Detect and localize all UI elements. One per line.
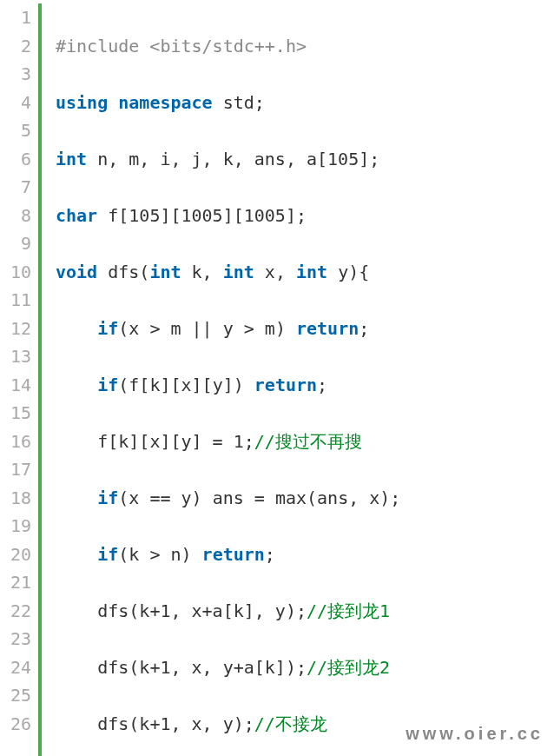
code-text: dfs(k+1, x+a[k], y); bbox=[97, 600, 307, 621]
comment: //不接龙 bbox=[254, 713, 327, 734]
code-text: dfs( bbox=[97, 262, 149, 282]
preprocessor: #include <bits/stdc++.h> bbox=[56, 36, 307, 56]
code-content: #include <bits/stdc++.h> using namespace… bbox=[56, 3, 400, 756]
line-number: 24 bbox=[0, 653, 31, 682]
keyword: if bbox=[97, 318, 118, 339]
code-text: ; bbox=[265, 544, 275, 565]
comment: //搜过不再搜 bbox=[254, 431, 362, 452]
code-text: std; bbox=[213, 92, 265, 113]
line-number: 12 bbox=[0, 315, 31, 343]
code-line: if(f[k][x][y]) return; bbox=[56, 371, 400, 400]
code-text: (f[k][x][y]) bbox=[118, 375, 254, 395]
line-number: 23 bbox=[0, 625, 31, 653]
keyword: if bbox=[97, 487, 118, 508]
line-number: 10 bbox=[0, 258, 31, 287]
code-line: if(k > n) return; bbox=[56, 540, 400, 569]
indent bbox=[56, 375, 97, 395]
code-text: (x > m || y > m) bbox=[118, 318, 296, 339]
code-text: ; bbox=[317, 375, 327, 395]
line-number: 15 bbox=[0, 399, 31, 428]
keyword: namespace bbox=[118, 92, 212, 113]
code-text: (k > n) bbox=[118, 544, 201, 565]
indent bbox=[56, 600, 97, 621]
code-line: int n, m, i, j, k, ans, a[105]; bbox=[56, 145, 400, 174]
code-text: dfs(k+1, x, y+a[k]); bbox=[97, 657, 307, 678]
keyword: return bbox=[202, 544, 265, 565]
code-text: x, bbox=[254, 262, 296, 282]
line-number: 3 bbox=[0, 60, 31, 89]
gutter-divider bbox=[38, 3, 42, 756]
comment: //接到龙2 bbox=[307, 657, 390, 678]
line-number: 14 bbox=[0, 371, 31, 400]
code-line: if(x > m || y > m) return; bbox=[56, 315, 400, 343]
line-number: 22 bbox=[0, 597, 31, 626]
code-line: f[k][x][y] = 1;//搜过不再搜 bbox=[56, 428, 400, 456]
keyword: return bbox=[254, 375, 317, 395]
code-text: dfs(k+1, x, y); bbox=[97, 713, 254, 734]
code-text: y){ bbox=[327, 262, 369, 282]
line-number: 7 bbox=[0, 173, 31, 202]
line-number: 25 bbox=[0, 681, 31, 710]
line-number: 16 bbox=[0, 428, 31, 456]
line-number: 6 bbox=[0, 145, 31, 174]
code-text: f[105][1005][1005]; bbox=[97, 205, 307, 226]
indent bbox=[56, 657, 97, 678]
code-line: char f[105][1005][1005]; bbox=[56, 202, 400, 230]
type: void bbox=[56, 262, 97, 282]
keyword: if bbox=[97, 544, 118, 565]
code-line: dfs(k+1, x+a[k], y);//接到龙1 bbox=[56, 597, 400, 626]
indent bbox=[56, 487, 97, 508]
type: int bbox=[223, 262, 254, 282]
line-number: 5 bbox=[0, 116, 31, 145]
line-number: 9 bbox=[0, 229, 31, 258]
line-number: 21 bbox=[0, 568, 31, 597]
code-text: k, bbox=[181, 262, 223, 282]
comment: //接到龙1 bbox=[307, 600, 390, 621]
type: int bbox=[149, 262, 181, 282]
keyword: using bbox=[56, 92, 108, 113]
line-number: 17 bbox=[0, 455, 31, 484]
code-line: #include <bits/stdc++.h> bbox=[56, 32, 400, 61]
indent bbox=[56, 318, 97, 339]
code-line: void dfs(int k, int x, int y){ bbox=[56, 258, 400, 287]
watermark: www.oier.cc bbox=[406, 720, 544, 748]
code-line: dfs(k+1, x, y);//不接龙 bbox=[56, 710, 400, 739]
line-number: 1 bbox=[0, 3, 31, 32]
type: int bbox=[296, 262, 327, 282]
code-line: using namespace std; bbox=[56, 89, 400, 117]
line-number: 18 bbox=[0, 484, 31, 513]
line-number: 4 bbox=[0, 89, 31, 117]
type: char bbox=[56, 205, 97, 226]
code-block: 1 2 3 4 5 6 7 8 9 10 11 12 13 14 15 16 1… bbox=[0, 0, 554, 756]
code-text: ; bbox=[359, 318, 369, 339]
line-number: 8 bbox=[0, 202, 31, 230]
line-number: 2 bbox=[0, 32, 31, 61]
line-number: 26 bbox=[0, 710, 31, 739]
indent bbox=[56, 544, 97, 565]
indent bbox=[56, 431, 97, 452]
code-line: dfs(k+1, x, y+a[k]);//接到龙2 bbox=[56, 653, 400, 682]
code-text: f[k][x][y] = 1; bbox=[97, 431, 254, 452]
line-number: 11 bbox=[0, 286, 31, 315]
line-number: 13 bbox=[0, 342, 31, 371]
code-text: n, m, i, j, k, ans, a[105]; bbox=[87, 149, 379, 169]
line-number: 20 bbox=[0, 540, 31, 569]
code-text: (x == y) ans = max(ans, x); bbox=[118, 487, 400, 508]
line-number-gutter: 1 2 3 4 5 6 7 8 9 10 11 12 13 14 15 16 1… bbox=[0, 3, 38, 756]
code-line: if(x == y) ans = max(ans, x); bbox=[56, 484, 400, 513]
keyword: return bbox=[296, 318, 359, 339]
indent bbox=[56, 713, 97, 734]
type: int bbox=[56, 149, 87, 169]
keyword: if bbox=[97, 375, 118, 395]
line-number: 19 bbox=[0, 512, 31, 540]
